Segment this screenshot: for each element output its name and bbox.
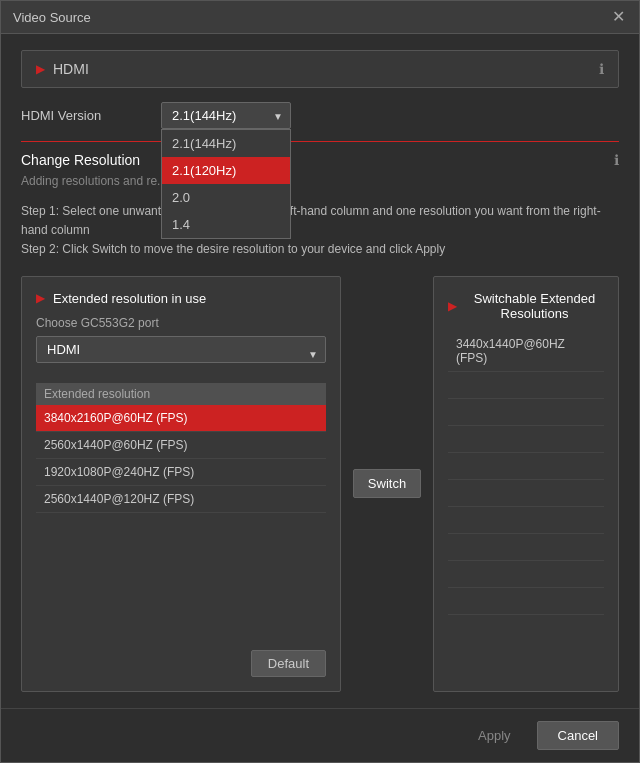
switch-button[interactable]: Switch — [353, 469, 421, 498]
switchable-list: 3440x1440P@60HZ (FPS) — [448, 331, 604, 677]
left-panel-title: ▶ Extended resolution in use — [36, 291, 326, 306]
version-row: HDMI Version 2.1(144Hz) ▼ 2.1(144Hz) 2.1… — [21, 102, 619, 129]
step2-text: Step 2: Click Switch to move the desire … — [21, 242, 445, 256]
steps-text: Step 1: Select one unwanted resolution f… — [21, 202, 619, 260]
list-item[interactable] — [448, 480, 604, 507]
change-resolution-info-icon[interactable]: ℹ — [614, 152, 619, 168]
close-button[interactable]: ✕ — [610, 9, 627, 25]
version-option-3[interactable]: 1.4 — [162, 211, 290, 238]
list-item[interactable]: 2560x1440P@120HZ (FPS) — [36, 486, 326, 513]
list-item[interactable]: 1920x1080P@240HZ (FPS) — [36, 459, 326, 486]
resolution-list: 3840x2160P@60HZ (FPS) 2560x1440P@60HZ (F… — [36, 405, 326, 640]
hdmi-section: ▶ HDMI ℹ — [21, 50, 619, 88]
list-item[interactable]: 2560x1440P@60HZ (FPS) — [36, 432, 326, 459]
left-panel-title-text: Extended resolution in use — [53, 291, 206, 306]
right-panel-title: ▶ Switchable Extended Resolutions — [448, 291, 604, 321]
dialog-content: ▶ HDMI ℹ HDMI Version 2.1(144Hz) ▼ 2.1(1… — [1, 34, 639, 708]
default-button[interactable]: Default — [251, 650, 326, 677]
port-dropdown[interactable]: HDMI — [36, 336, 326, 363]
lower-section: ▶ Extended resolution in use Choose GC55… — [21, 276, 619, 692]
list-item[interactable] — [448, 399, 604, 426]
step1-text: Step 1: Select one unwanted resolution f… — [21, 204, 601, 237]
hdmi-info-icon[interactable]: ℹ — [599, 61, 604, 77]
switch-column: Switch — [357, 276, 417, 692]
list-item[interactable] — [448, 507, 604, 534]
title-bar: Video Source ✕ — [1, 1, 639, 34]
list-item[interactable] — [448, 588, 604, 615]
list-item[interactable]: 3840x2160P@60HZ (FPS) — [36, 405, 326, 432]
port-label: Choose GC553G2 port — [36, 316, 326, 330]
list-item[interactable] — [448, 372, 604, 399]
version-label: HDMI Version — [21, 108, 161, 123]
right-panel: ▶ Switchable Extended Resolutions 3440x1… — [433, 276, 619, 692]
version-dropdown[interactable]: 2.1(144Hz) — [161, 102, 291, 129]
list-item[interactable]: 3440x1440P@60HZ (FPS) — [448, 331, 604, 372]
right-panel-title-text: Switchable Extended Resolutions — [465, 291, 604, 321]
apply-button[interactable]: Apply — [462, 721, 527, 750]
dialog-title: Video Source — [13, 10, 91, 25]
list-item[interactable] — [448, 534, 604, 561]
left-panel: ▶ Extended resolution in use Choose GC55… — [21, 276, 341, 692]
version-option-2[interactable]: 2.0 — [162, 184, 290, 211]
hdmi-arrow-icon: ▶ — [36, 62, 45, 76]
version-option-0[interactable]: 2.1(144Hz) — [162, 130, 290, 157]
version-dropdown-menu: 2.1(144Hz) 2.1(120Hz) 2.0 1.4 — [161, 129, 291, 239]
adding-text: Adding resolutions and re... — [21, 174, 619, 188]
footer: Apply Cancel — [1, 708, 639, 762]
left-panel-arrow-icon: ▶ — [36, 291, 45, 305]
change-resolution-row: Change Resolution ℹ — [21, 141, 619, 168]
default-btn-row: Default — [36, 650, 326, 677]
hdmi-text: HDMI — [53, 61, 89, 77]
dialog-window: Video Source ✕ ▶ HDMI ℹ HDMI Version 2.1… — [0, 0, 640, 763]
version-option-1[interactable]: 2.1(120Hz) — [162, 157, 290, 184]
cancel-button[interactable]: Cancel — [537, 721, 619, 750]
change-resolution-label: Change Resolution — [21, 152, 140, 168]
list-item[interactable] — [448, 426, 604, 453]
resolution-list-header: Extended resolution — [36, 383, 326, 405]
list-item[interactable] — [448, 561, 604, 588]
hdmi-label: ▶ HDMI — [36, 61, 89, 77]
port-dropdown-wrapper: HDMI ▼ — [36, 336, 326, 373]
version-dropdown-wrapper: 2.1(144Hz) ▼ 2.1(144Hz) 2.1(120Hz) 2.0 1… — [161, 102, 291, 129]
list-item[interactable] — [448, 453, 604, 480]
right-panel-arrow-icon: ▶ — [448, 299, 457, 313]
